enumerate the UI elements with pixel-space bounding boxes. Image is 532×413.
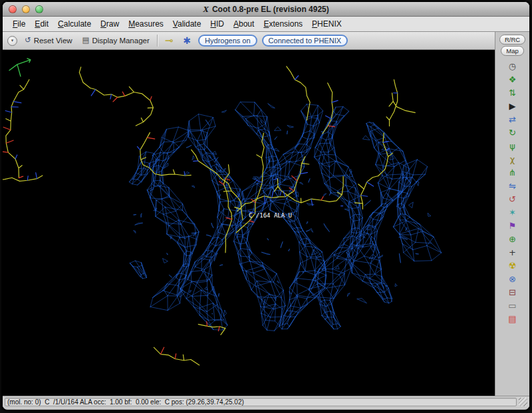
graphics-canvas[interactable]: C /164 ALA U	[3, 50, 495, 396]
modelling-toolbar: ◷ ❖ ⇅ ▶ ⇄ ↻ ψ χ ⋔ ⇋	[504, 59, 521, 396]
map-button[interactable]: Map	[501, 46, 523, 56]
rigid-body-fit-icon[interactable]: ⇅	[504, 86, 521, 99]
close-button[interactable]	[9, 5, 17, 13]
hydrogens-toggle-button[interactable]: Hydrogens on	[198, 35, 257, 47]
menu-validate[interactable]: Validate	[168, 17, 206, 31]
menu-draw[interactable]: Draw	[96, 17, 124, 31]
go-to-atom-icon: ✱	[183, 36, 191, 45]
mutate-autofit-icon[interactable]: ⚑	[504, 219, 521, 232]
real-space-refine-icon[interactable]: ◷	[504, 59, 521, 72]
display-manager-label: Display Manager	[92, 37, 149, 45]
residue-label: C /164 ALA U	[249, 212, 292, 219]
menu-calculate[interactable]: Calculate	[53, 17, 96, 31]
crosshair-icon[interactable]: ⊗	[504, 272, 521, 285]
menu-bar: FileEditCalculateDrawMeasuresValidateHID…	[3, 17, 529, 32]
display-manager-icon: ▤	[82, 37, 90, 45]
expand-tools-icon[interactable]: ▶	[504, 99, 521, 112]
toolbar-toggle-button[interactable]: ▾	[7, 36, 17, 46]
reset-view-label: Reset View	[34, 37, 72, 45]
main-toolbar: ▾ ↺ Reset View ▤ Display Manager ⊸ ✱ Hyd…	[3, 32, 495, 50]
zoom-button[interactable]	[35, 5, 43, 13]
go-to-ligand-icon: ⊸	[165, 36, 174, 46]
reset-view-button[interactable]: ↺ Reset View	[22, 35, 75, 46]
reset-view-icon: ↺	[25, 37, 31, 45]
refine-rrc-button[interactable]: R/RC	[499, 35, 525, 45]
menu-phenix[interactable]: PHENIX	[307, 17, 346, 31]
toolbar-separator	[157, 35, 158, 47]
menu-file[interactable]: File	[8, 17, 30, 31]
place-atom-icon[interactable]: +	[504, 245, 521, 259]
chevron-down-icon: ▾	[11, 39, 14, 43]
coot-window: X Coot 0.8-pre EL (revision 4925) FileEd…	[2, 1, 530, 410]
display-manager-button[interactable]: ▤ Display Manager	[80, 35, 152, 46]
status-bar: (mol. no: 0) C /1/U/164 ALA occ: 1.00 bf…	[3, 396, 529, 407]
display-flag-icon[interactable]: ▤	[504, 312, 521, 325]
auto-fit-rotamer-icon[interactable]: ↻	[504, 126, 521, 139]
sidechain-180-flip-icon[interactable]: ↺	[504, 192, 521, 206]
side-panel: R/RC Map ◷ ❖ ⇅ ▶ ⇄ ↻ ψ χ	[495, 32, 529, 396]
title-bar[interactable]: X Coot 0.8-pre EL (revision 4925)	[3, 2, 529, 17]
menu-measures[interactable]: Measures	[124, 17, 168, 31]
phenix-connection-button[interactable]: Connected to PHENIX	[262, 35, 348, 47]
go-to-ligand-button[interactable]: ⊸	[162, 35, 176, 47]
window-title-text: Coot 0.8-pre EL (revision 4925)	[212, 5, 329, 14]
delete-item-icon[interactable]: ⊟	[504, 285, 521, 299]
go-to-atom-button[interactable]: ✱	[180, 35, 194, 47]
jed-flip-icon[interactable]: ✶	[504, 206, 521, 219]
rotamers-icon[interactable]: ψ	[504, 139, 521, 152]
radiation-warning-icon[interactable]: ☢	[504, 259, 521, 272]
rotate-translate-icon[interactable]: ⇄	[504, 112, 521, 126]
window-title: X Coot 0.8-pre EL (revision 4925)	[203, 4, 329, 15]
resize-grip[interactable]	[519, 398, 527, 406]
edit-chi-angles-icon[interactable]: χ	[504, 152, 521, 166]
torsion-general-icon[interactable]: ⋔	[504, 166, 521, 179]
menu-hid[interactable]: HID	[205, 17, 229, 31]
flip-peptide-icon[interactable]: ⇋	[504, 179, 521, 192]
status-text: (mol. no: 0) C /1/U/164 ALA occ: 1.00 bf…	[5, 398, 517, 406]
menu-extensions[interactable]: Extensions	[259, 17, 307, 31]
minimize-button[interactable]	[22, 5, 30, 13]
menu-about[interactable]: About	[229, 17, 259, 31]
molecular-scene	[3, 50, 495, 396]
regularize-icon[interactable]: ❖	[504, 72, 521, 86]
menu-edit[interactable]: Edit	[30, 17, 53, 31]
x11-icon: X	[203, 4, 209, 15]
traffic-lights	[9, 5, 43, 13]
add-terminal-residue-icon[interactable]: ⊕	[504, 232, 521, 245]
trash-icon[interactable]: ▭	[504, 299, 521, 312]
